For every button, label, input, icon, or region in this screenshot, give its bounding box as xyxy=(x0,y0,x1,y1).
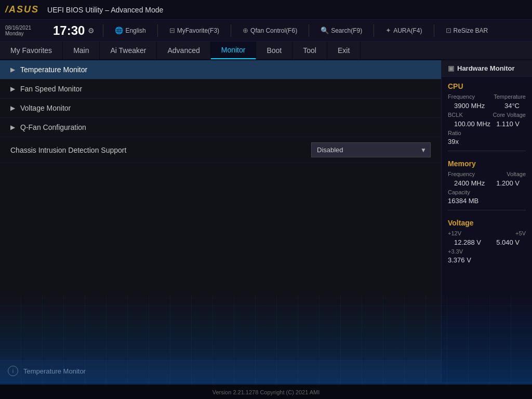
aura-label: AURA(F4) xyxy=(393,27,422,34)
nav-tool[interactable]: Tool xyxy=(292,42,327,59)
cpu-bclk-value: 100.00 MHz xyxy=(448,120,490,128)
cpu-ratio-label: Ratio xyxy=(448,130,461,136)
cpu-ratio-value: 39x xyxy=(442,137,532,148)
chassis-dropdown-container: Disabled Enabled ▼ xyxy=(311,142,431,157)
globe-icon: 🌐 xyxy=(115,26,123,34)
q-fan-config-item[interactable]: ▶ Q-Fan Configuration xyxy=(0,118,441,137)
voltage-monitor-item[interactable]: ▶ Voltage Monitor xyxy=(0,99,441,118)
version-bar: Version 2.21.1278 Copyright (C) 2021 AMI xyxy=(0,384,532,399)
cpu-temp-label: Temperature xyxy=(494,94,526,100)
volt-12-value-row: 12.288 V 5.040 V xyxy=(442,237,532,247)
memory-section-title: Memory xyxy=(442,154,532,170)
mem-voltage-label: Voltage xyxy=(507,171,526,177)
divider-4 xyxy=(309,24,309,37)
mem-cap-label: Capacity xyxy=(448,189,470,195)
mem-freq-label-row: Frequency Voltage xyxy=(442,170,532,178)
mem-cap-label-row: Capacity xyxy=(442,188,532,196)
cpu-freq-value-row: 3900 MHz 34°C xyxy=(442,101,532,111)
search-icon: 🔍 xyxy=(321,26,329,34)
mem-freq-value-row: 2400 MHz 1.200 V xyxy=(442,178,532,188)
my-favorite-label: MyFavorite(F3) xyxy=(177,27,219,34)
v12-value: 12.288 V xyxy=(448,238,481,246)
qfan-label: Qfan Control(F6) xyxy=(250,27,297,34)
divider-5 xyxy=(374,24,374,37)
cpu-bclk-value-row: 100.00 MHz 1.110 V xyxy=(442,119,532,129)
arrow-icon-2: ▶ xyxy=(10,85,15,92)
bg-lines xyxy=(0,295,532,399)
voltage-monitor-label: Voltage Monitor xyxy=(20,104,71,112)
cpu-section-title: CPU xyxy=(442,77,532,92)
nav-main[interactable]: Main xyxy=(63,42,100,59)
my-favorite-item[interactable]: ⊟ MyFavorite(F3) xyxy=(166,25,222,35)
nav-advanced[interactable]: Advanced xyxy=(157,42,210,59)
volt-12-label-row: +12V +5V xyxy=(442,229,532,237)
hw-monitor-title: ▣ Hardware Monitor xyxy=(442,60,532,77)
cpu-cv-value: 1.110 V xyxy=(496,120,526,128)
gear-icon[interactable]: ⚙ xyxy=(88,26,95,35)
cpu-cv-label: Core Voltage xyxy=(493,112,526,118)
temperature-monitor-label: Temperature Monitor xyxy=(20,65,87,74)
cpu-freq-label: Frequency xyxy=(448,94,475,100)
arrow-icon-3: ▶ xyxy=(10,104,15,112)
divider-3 xyxy=(231,24,231,37)
day-text: Monday xyxy=(5,31,24,36)
monitor-icon: ▣ xyxy=(448,64,454,72)
arrow-icon-1: ▶ xyxy=(10,66,15,73)
v5-value: 5.040 V xyxy=(496,238,526,246)
aura-icon: ✦ xyxy=(385,26,391,34)
datetime-bar: 08/16/2021 Monday 17:30 ⚙ 🌐 English ⊟ My… xyxy=(0,20,532,42)
datetime-left: 08/16/2021 Monday xyxy=(5,25,47,36)
language-label: English xyxy=(125,27,145,34)
version-text: Version 2.21.1278 Copyright (C) 2021 AMI xyxy=(212,389,320,395)
divider-1 xyxy=(103,24,103,37)
asus-logo: /ASUS xyxy=(5,4,39,15)
mem-freq-label: Frequency xyxy=(448,171,475,177)
v12-label: +12V xyxy=(448,230,461,236)
resize-icon: ⊡ xyxy=(446,26,451,34)
nav-ai-tweaker[interactable]: Ai Tweaker xyxy=(100,42,157,59)
v5-label: +5V xyxy=(515,230,526,236)
search-label: Search(F9) xyxy=(331,27,362,34)
asus-text: /ASUS xyxy=(5,4,39,15)
time-text: 17:30 xyxy=(53,23,85,38)
volt-33-label-row: +3.3V xyxy=(442,247,532,256)
mem-voltage-value: 1.200 V xyxy=(496,179,526,187)
time-display: 17:30 ⚙ xyxy=(53,23,95,38)
qfan-icon: ⊕ xyxy=(243,26,248,34)
cpu-temp-value: 34°C xyxy=(504,102,526,110)
temperature-monitor-item[interactable]: ▶ Temperature Monitor xyxy=(0,60,441,79)
mem-cap-value: 16384 MB xyxy=(442,196,532,207)
fan-speed-monitor-label: Fan Speed Monitor xyxy=(20,85,82,93)
nav-my-favorites[interactable]: My Favorites xyxy=(0,42,63,59)
voltage-section-title: Voltage xyxy=(442,214,532,229)
language-item[interactable]: 🌐 English xyxy=(112,25,149,35)
nav-boot[interactable]: Boot xyxy=(256,42,292,59)
resize-bar-item[interactable]: ⊡ ReSize BAR xyxy=(443,25,491,35)
cpu-ratio-label-row: Ratio xyxy=(442,129,532,137)
fan-speed-monitor-item[interactable]: ▶ Fan Speed Monitor xyxy=(0,79,441,99)
q-fan-config-label: Q-Fan Configuration xyxy=(20,123,86,131)
mem-freq-value: 2400 MHz xyxy=(448,179,485,187)
cpu-freq-row: Frequency Temperature xyxy=(442,92,532,101)
cpu-bclk-label: BCLK xyxy=(448,112,463,118)
arrow-icon-4: ▶ xyxy=(10,124,15,131)
aura-item[interactable]: ✦ AURA(F4) xyxy=(382,25,425,35)
cpu-divider xyxy=(448,151,526,151)
mem-divider xyxy=(448,210,526,210)
chassis-label: Chassis Intrusion Detection Support xyxy=(10,146,311,154)
search-item[interactable]: 🔍 Search(F9) xyxy=(317,25,365,35)
cpu-freq-value: 3900 MHz xyxy=(448,102,485,110)
chassis-dropdown[interactable]: Disabled Enabled xyxy=(311,142,431,157)
bios-title: UEFI BIOS Utility – Advanced Mode xyxy=(47,6,527,14)
nav-monitor[interactable]: Monitor xyxy=(211,42,257,59)
nav-exit[interactable]: Exit xyxy=(327,42,361,59)
topbar: /ASUS UEFI BIOS Utility – Advanced Mode xyxy=(0,0,532,20)
date-text: 08/16/2021 xyxy=(5,25,31,31)
v33-label: +3.3V xyxy=(448,248,463,255)
nav-bar: My Favorites Main Ai Tweaker Advanced Mo… xyxy=(0,42,532,60)
qfan-item[interactable]: ⊕ Qfan Control(F6) xyxy=(240,25,300,35)
chassis-row: Chassis Intrusion Detection Support Disa… xyxy=(0,137,441,163)
divider-2 xyxy=(157,24,158,37)
v33-value: 3.376 V xyxy=(442,256,532,266)
favorite-icon: ⊟ xyxy=(169,26,175,34)
